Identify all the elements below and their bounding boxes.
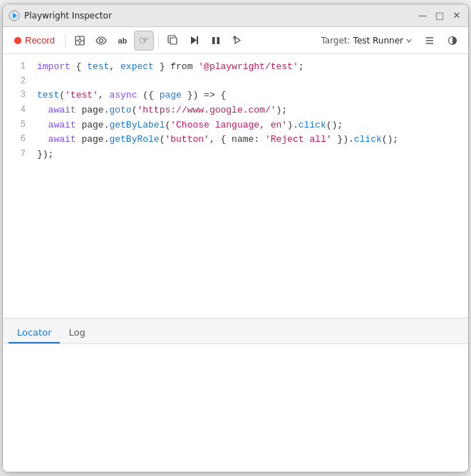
line-number: 7 [11, 148, 26, 162]
code-token: }) => { [182, 90, 226, 100]
playwright-icon [9, 10, 20, 21]
record-dot-icon [14, 37, 21, 44]
code-token [37, 105, 48, 115]
minimize-button[interactable]: — [417, 10, 428, 21]
code-line: 1import { test, expect } from '@playwrig… [3, 60, 468, 75]
code-token: }). [332, 134, 354, 145]
bottom-content [3, 343, 468, 472]
code-token: 'Reject all' [265, 134, 332, 145]
target-value: Test Runner [353, 36, 403, 46]
close-button[interactable]: ✕ [451, 10, 462, 21]
code-token: page. [76, 105, 110, 115]
step-over-icon [189, 35, 200, 46]
code-token: (); [326, 120, 343, 130]
line-number: 4 [11, 103, 26, 118]
code-line: 5 await page.getByLabel('Choose language… [3, 118, 468, 133]
code-token: } [154, 61, 170, 72]
svg-rect-12 [212, 37, 215, 44]
code-line: 4 await page.goto('https://www.google.co… [3, 103, 468, 118]
code-token: , { name: [209, 134, 265, 145]
code-token: await [48, 134, 76, 145]
code-token: '@playwright/test' [198, 61, 298, 72]
code-token: goto [109, 105, 131, 115]
svg-marker-10 [191, 36, 197, 44]
line-number: 3 [11, 88, 26, 103]
record-label: Record [25, 35, 55, 46]
theme-button[interactable] [442, 31, 462, 51]
code-token: ). [287, 120, 299, 130]
chevron-down-icon [405, 37, 413, 44]
code-token: 'https://www.google.com/' [137, 105, 276, 115]
svg-rect-9 [170, 38, 177, 44]
copy-icon [167, 35, 178, 46]
record-button[interactable]: Record [9, 33, 61, 48]
list-icon [425, 36, 435, 46]
code-token: import [37, 61, 71, 72]
window-controls: — □ ✕ [417, 10, 462, 21]
code-token: page [160, 90, 182, 100]
eye-icon [95, 35, 107, 46]
code-line: 2 [3, 75, 468, 88]
cursor-icon: ☞ [139, 35, 149, 46]
toolbar-separator-2 [158, 33, 159, 48]
ab-label: ab [118, 36, 128, 45]
line-content: test('test', async ({ page }) => { [37, 88, 226, 103]
tab-log[interactable]: Log [60, 323, 93, 343]
code-token: getByLabel [109, 120, 165, 130]
pick-locator-icon [74, 35, 86, 46]
code-token: , [109, 61, 120, 72]
pause-button[interactable] [206, 31, 226, 51]
code-token: from [170, 61, 192, 72]
resume-button[interactable] [227, 31, 247, 51]
bottom-tabs: LocatorLog [3, 318, 468, 343]
playwright-inspector-window: Playwright Inspector — □ ✕ Record [2, 4, 469, 472]
tab-locator[interactable]: Locator [9, 323, 60, 343]
code-token: test [37, 90, 59, 100]
code-token: { [71, 61, 87, 72]
code-token: getByRole [109, 134, 159, 145]
code-token: ( [59, 90, 65, 100]
copy-button[interactable] [163, 31, 183, 51]
code-token: 'Choose language, en' [170, 120, 287, 130]
target-selector[interactable]: Test Runner [353, 36, 413, 46]
line-number: 2 [11, 75, 26, 88]
code-token: ; [299, 61, 304, 72]
target-label: Target: [321, 36, 350, 46]
target-section: Target: Test Runner [321, 31, 462, 51]
line-content: await page.getByLabel('Choose language, … [37, 118, 343, 133]
svg-rect-13 [217, 37, 219, 44]
code-token: 'test' [65, 90, 98, 100]
maximize-button[interactable]: □ [434, 10, 445, 21]
line-number: 1 [11, 60, 26, 75]
assert-button[interactable]: ☞ [134, 31, 154, 51]
code-token: click [299, 120, 326, 130]
explore-button[interactable] [91, 31, 111, 51]
line-number: 6 [11, 133, 26, 148]
code-editor[interactable]: 1import { test, expect } from '@playwrig… [3, 54, 468, 318]
list-button[interactable] [420, 31, 440, 51]
line-content: }); [37, 148, 53, 162]
pick-locator-button[interactable] [70, 31, 90, 51]
window-title: Playwright Inspector [24, 11, 417, 21]
code-token: await [48, 120, 76, 130]
code-token: expect [120, 61, 154, 72]
code-token: ); [276, 105, 288, 115]
code-token: click [354, 134, 382, 145]
code-line: 3test('test', async ({ page }) => { [3, 88, 468, 103]
pause-icon [211, 36, 221, 46]
resume-icon [232, 35, 242, 46]
step-over-button[interactable] [185, 31, 205, 51]
contrast-icon [447, 36, 457, 46]
line-content: await page.getByRole('button', { name: '… [37, 133, 398, 148]
toolbar: Record ab ☞ [3, 27, 468, 54]
toolbar-separator-1 [65, 33, 66, 48]
line-content: import { test, expect } from '@playwrigh… [37, 60, 304, 75]
code-token: async [109, 90, 137, 100]
code-token: , [98, 90, 110, 100]
line-content: await page.goto('https://www.google.com/… [37, 103, 287, 118]
record-text-button[interactable]: ab [113, 31, 133, 51]
code-token: ({ [137, 90, 159, 100]
code-token: test [87, 61, 109, 72]
code-token [37, 120, 48, 130]
code-token: 'button' [165, 134, 209, 145]
